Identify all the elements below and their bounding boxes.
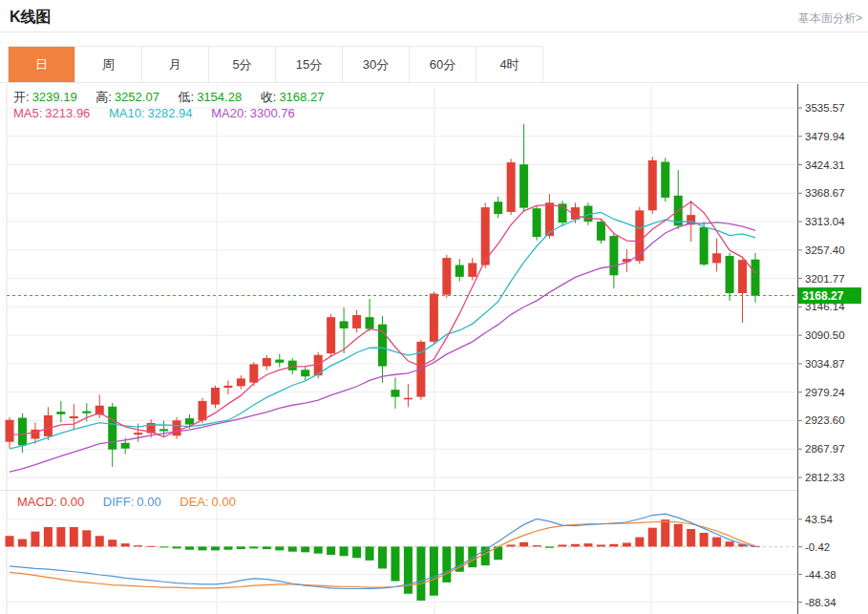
low-label: 低:	[179, 90, 195, 104]
svg-text:-44.38: -44.38	[805, 569, 836, 581]
svg-text:2979.24: 2979.24	[805, 387, 845, 398]
tab-60min[interactable]: 60分	[410, 47, 476, 83]
open-value: 3239.19	[32, 90, 77, 104]
dea-value: 0.00	[212, 495, 236, 509]
svg-text:2867.97: 2867.97	[805, 443, 845, 455]
high-label: 高:	[95, 90, 112, 104]
tab-week[interactable]: 周	[75, 47, 142, 83]
svg-text:-88.34: -88.34	[805, 597, 836, 608]
svg-text:3257.40: 3257.40	[805, 244, 845, 256]
svg-text:2923.60: 2923.60	[805, 414, 845, 426]
close-value: 3168.27	[279, 90, 324, 104]
svg-text:3201.77: 3201.77	[805, 273, 845, 285]
ma20-item: MA20:3300.76	[211, 106, 295, 120]
last-price-badge: 3168.27	[798, 287, 861, 304]
svg-text:-0.42: -0.42	[805, 541, 830, 553]
page-title: K线图	[0, 0, 52, 28]
ma5-label: MA5:	[13, 106, 42, 120]
svg-text:3535.57: 3535.57	[805, 102, 845, 114]
svg-text:3424.31: 3424.31	[805, 159, 845, 171]
diff-value: 0.00	[137, 495, 160, 509]
svg-text:3313.04: 3313.04	[805, 216, 845, 227]
low-value: 3154.28	[197, 90, 242, 104]
dea-item: DEA:0.00	[180, 495, 236, 509]
price-axis: 3535.573479.943424.313368.673313.043257.…	[797, 84, 845, 614]
high-item: 高:3252.07	[95, 90, 159, 104]
tab-day[interactable]: 日	[9, 47, 75, 83]
diff-label: DIFF:	[103, 495, 135, 509]
fundamental-analysis-link[interactable]: 基本面分析>	[798, 11, 862, 27]
svg-text:3034.87: 3034.87	[805, 358, 845, 370]
svg-text:2812.33: 2812.33	[805, 472, 845, 483]
dea-label: DEA:	[180, 495, 208, 509]
svg-text:43.54: 43.54	[805, 514, 833, 525]
header-divider	[0, 32, 868, 32]
tab-30min[interactable]: 30分	[343, 47, 410, 83]
ma20-label: MA20:	[211, 106, 247, 120]
diff-item: DIFF:0.00	[103, 495, 161, 509]
tab-month[interactable]: 月	[142, 47, 209, 83]
svg-text:3368.67: 3368.67	[805, 187, 845, 199]
svg-text:3090.50: 3090.50	[805, 329, 845, 341]
ma10-item: MA10:3282.94	[109, 106, 193, 120]
tab-15min[interactable]: 15分	[276, 47, 343, 83]
interval-tabs: 日 周 月 5分 15分 30分 60分 4时	[8, 46, 543, 83]
close-item: 收:3168.27	[261, 90, 325, 104]
kline-widget: 3535.573479.943424.313368.673313.043257.…	[0, 0, 868, 614]
macd-value: 0.00	[60, 495, 84, 509]
tab-5min[interactable]: 5分	[209, 47, 276, 83]
macd-item: MACD:0.00	[17, 495, 84, 509]
macd-label: MACD:	[17, 495, 57, 509]
svg-text:3479.94: 3479.94	[805, 131, 845, 142]
tab-4hour[interactable]: 4时	[476, 47, 543, 83]
macd-legend: MACD:0.00 DIFF:0.00 DEA:0.00	[17, 495, 251, 509]
open-item: 开:3239.19	[13, 90, 77, 104]
open-label: 开:	[13, 90, 30, 104]
ma5-value: 3213.96	[45, 106, 90, 120]
ma20-value: 3300.76	[250, 106, 295, 120]
tabs-divider	[0, 82, 868, 83]
close-label: 收:	[261, 90, 277, 104]
ohlc-legend: 开:3239.19 高:3252.07 低:3154.28 收:3168.27	[13, 89, 339, 106]
ma10-value: 3282.94	[148, 106, 193, 120]
ma-legend: MA5:3213.96 MA10:3282.94 MA20:3300.76	[13, 106, 310, 120]
ma5-item: MA5:3213.96	[13, 106, 90, 120]
page-header: K线图 基本面分析>	[0, 0, 868, 32]
high-value: 3252.07	[115, 90, 159, 104]
last-price-badge-text: 3168.27	[802, 289, 844, 303]
ma10-label: MA10:	[109, 106, 145, 120]
low-item: 低:3154.28	[179, 90, 243, 104]
